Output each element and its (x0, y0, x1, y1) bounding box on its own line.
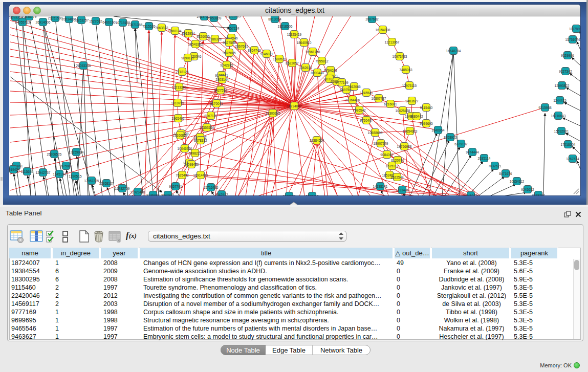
svg-text:9777109: 9777109 (335, 81, 349, 84)
svg-text:16543382: 16543382 (188, 42, 203, 46)
svg-text:19756928: 19756928 (397, 145, 412, 148)
svg-text:26053346: 26053346 (76, 64, 91, 68)
svg-text:12213967: 12213967 (385, 40, 400, 44)
svg-text:16053809: 16053809 (207, 16, 222, 20)
svg-text:1267534: 1267534 (566, 157, 579, 161)
svg-text:2718126: 2718126 (176, 70, 189, 74)
svg-text:9226055: 9226055 (197, 35, 210, 38)
svg-text:9699695: 9699695 (420, 122, 433, 125)
svg-text:1245541: 1245541 (360, 91, 373, 95)
svg-text:9084067: 9084067 (380, 153, 394, 157)
svg-text:10807487: 10807487 (372, 97, 386, 100)
svg-text:12975115: 12975115 (402, 84, 417, 87)
svg-text:10853257: 10853257 (74, 18, 89, 22)
svg-text:26914006: 26914006 (36, 20, 51, 24)
svg-text:1588520: 1588520 (273, 57, 286, 61)
svg-text:7462066: 7462066 (347, 85, 361, 89)
svg-text:1645194: 1645194 (53, 172, 66, 176)
svg-text:8912954: 8912954 (182, 32, 195, 35)
svg-text:6466160: 6466160 (102, 20, 116, 24)
svg-text:1527602: 1527602 (89, 19, 102, 23)
svg-text:10654112: 10654112 (510, 180, 525, 183)
svg-text:16782759: 16782759 (115, 187, 130, 190)
svg-text:16648784: 16648784 (446, 49, 461, 53)
svg-text:9215958: 9215958 (538, 106, 552, 110)
svg-text:1965492: 1965492 (171, 117, 185, 120)
svg-text:9975887: 9975887 (59, 164, 73, 168)
svg-text:2803144: 2803144 (215, 78, 229, 81)
svg-text:12213369: 12213369 (172, 85, 187, 89)
svg-text:9660124: 9660124 (168, 29, 182, 33)
svg-text:10046726: 10046726 (178, 147, 192, 150)
svg-text:2522544: 2522544 (390, 176, 404, 179)
svg-text:1640954: 1640954 (431, 128, 445, 132)
svg-text:14099489: 14099489 (184, 163, 199, 166)
svg-text:8427552: 8427552 (214, 89, 227, 92)
svg-text:20936779: 20936779 (22, 16, 37, 18)
svg-text:26206526: 26206526 (47, 152, 62, 156)
svg-text:9245012: 9245012 (464, 194, 477, 196)
svg-text:9329966: 9329966 (561, 54, 574, 57)
svg-text:15692901: 15692901 (554, 129, 569, 133)
svg-text:24055713: 24055713 (15, 20, 30, 24)
svg-text:10958107: 10958107 (99, 182, 114, 185)
svg-text:1733426: 1733426 (396, 188, 409, 192)
svg-text:10688609: 10688609 (368, 131, 383, 135)
svg-text:19166829: 19166829 (173, 134, 188, 137)
svg-text:1010755: 1010755 (171, 101, 184, 105)
svg-text:8170041: 8170041 (210, 102, 223, 105)
svg-text:19654923: 19654923 (403, 129, 418, 133)
svg-text:8042931: 8042931 (161, 193, 175, 196)
svg-text:18300295: 18300295 (266, 112, 280, 115)
svg-text:7632621: 7632621 (488, 164, 502, 168)
svg-text:12923448: 12923448 (130, 190, 145, 194)
svg-text:11325419: 11325419 (287, 33, 302, 36)
svg-text:16914479: 16914479 (193, 173, 208, 177)
svg-text:10973493: 10973493 (393, 55, 407, 58)
svg-text:6379197: 6379197 (454, 142, 468, 146)
svg-text:8919434: 8919434 (9, 168, 20, 171)
svg-text:8454749: 8454749 (248, 49, 261, 52)
svg-text:8471676: 8471676 (499, 172, 512, 176)
svg-text:11178952: 11178952 (569, 27, 580, 31)
svg-text:1615112: 1615112 (386, 164, 399, 168)
svg-text:1362615: 1362615 (299, 66, 312, 70)
svg-text:7485063: 7485063 (399, 68, 412, 72)
svg-text:17957225: 17957225 (84, 179, 99, 183)
svg-text:9136493: 9136493 (146, 193, 160, 196)
svg-text:8813054: 8813054 (268, 17, 281, 21)
svg-text:18640910: 18640910 (297, 41, 312, 45)
svg-text:19218506: 19218506 (278, 25, 293, 28)
svg-text:17016504: 17016504 (561, 143, 576, 146)
svg-text:9890122: 9890122 (181, 56, 194, 60)
svg-text:9242845: 9242845 (220, 63, 233, 67)
svg-text:9042912: 9042912 (215, 193, 228, 196)
svg-text:8186328: 8186328 (208, 37, 222, 41)
svg-text:9327508: 9327508 (223, 41, 236, 45)
svg-text:2635114: 2635114 (478, 157, 491, 160)
svg-text:6216001: 6216001 (384, 102, 397, 106)
svg-text:9227342: 9227342 (559, 70, 572, 73)
svg-text:3498222: 3498222 (188, 151, 202, 155)
svg-text:17359924: 17359924 (69, 150, 84, 154)
svg-text:9742029: 9742029 (282, 194, 296, 196)
svg-text:16154808: 16154808 (376, 28, 390, 32)
svg-text:8522057: 8522057 (286, 61, 299, 65)
svg-text:7955812: 7955812 (315, 59, 329, 63)
svg-text:1244415: 1244415 (553, 99, 567, 102)
svg-text:9875685: 9875685 (223, 51, 236, 55)
svg-text:21051590: 21051590 (48, 16, 63, 20)
svg-text:6794028: 6794028 (324, 69, 337, 72)
svg-text:7986542: 7986542 (353, 108, 366, 112)
svg-text:10025438: 10025438 (396, 109, 410, 113)
svg-text:9657791: 9657791 (169, 185, 182, 188)
svg-text:16961758: 16961758 (306, 50, 320, 54)
svg-text:9680442: 9680442 (410, 115, 423, 118)
svg-text:12942757: 12942757 (36, 171, 51, 174)
svg-text:6120746: 6120746 (391, 159, 404, 162)
svg-text:9115460: 9115460 (420, 106, 433, 110)
svg-text:18907249: 18907249 (374, 142, 388, 145)
svg-text:8678332: 8678332 (194, 139, 207, 142)
svg-text:10671355: 10671355 (128, 23, 143, 27)
svg-text:8990448: 8990448 (311, 71, 324, 75)
